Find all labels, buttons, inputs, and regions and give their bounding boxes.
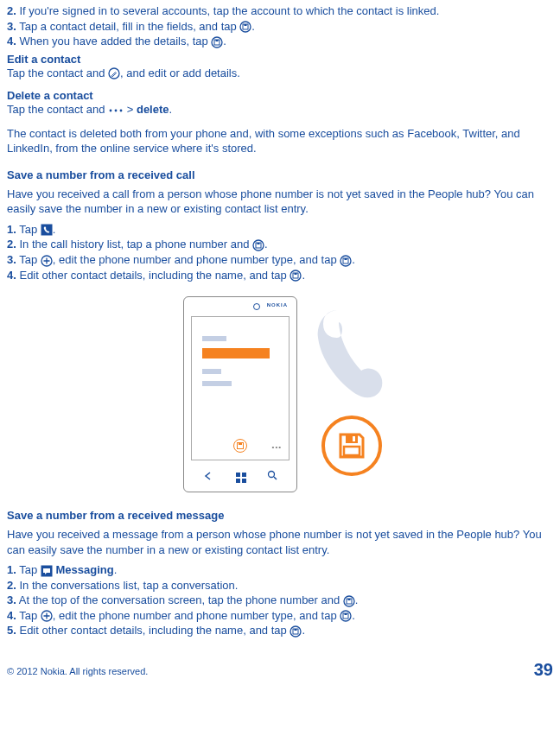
more-icon: ••• xyxy=(272,443,282,451)
save-call-step-1: 1. Tap . xyxy=(7,222,553,238)
step-num: 3. xyxy=(7,20,16,33)
step-text: . xyxy=(223,35,226,48)
svg-point-0 xyxy=(240,22,251,32)
save-msg-step-4: 4. Tap , edit the phone number and phone… xyxy=(7,608,553,624)
text: , edit the phone number and phone number… xyxy=(53,253,340,266)
save-msg-step-5: 5. Edit other contact details, including… xyxy=(7,623,553,638)
period: . xyxy=(169,103,173,116)
step-num: 4. xyxy=(7,609,16,622)
svg-rect-22 xyxy=(239,443,242,446)
heading-delete-contact: Delete a contact xyxy=(7,89,553,102)
step-num: 4. xyxy=(7,269,16,282)
search-icon xyxy=(267,470,278,484)
svg-point-7 xyxy=(110,109,112,111)
back-icon xyxy=(202,471,214,484)
step-2: 2. If you're signed in to several accoun… xyxy=(7,3,553,19)
step-num: 3. xyxy=(7,253,16,266)
more-icon xyxy=(108,107,124,114)
text: . xyxy=(302,624,305,637)
edit-contact-text: Tap the contact and , and edit or add de… xyxy=(7,66,553,81)
text: , edit the phone number and phone number… xyxy=(53,609,340,622)
delete-note: The contact is deleted both from your ph… xyxy=(7,126,553,156)
svg-point-39 xyxy=(290,626,301,637)
save-msg-intro: Have you received a message from a perso… xyxy=(7,527,553,557)
copyright: © 2012 Nokia. All rights reserved. xyxy=(7,666,148,676)
text: . xyxy=(355,593,359,606)
svg-rect-5 xyxy=(216,40,219,41)
step-num: 1. xyxy=(7,223,16,236)
step-3: 3. Tap a contact detail, fill in the fie… xyxy=(7,19,553,35)
svg-rect-29 xyxy=(353,436,355,441)
text: . xyxy=(352,609,355,622)
save-icon xyxy=(343,595,355,607)
step-num: 1. xyxy=(7,563,16,576)
svg-point-18 xyxy=(290,270,301,281)
text: Tap xyxy=(19,563,41,576)
save-icon xyxy=(290,625,302,638)
text: Tap xyxy=(19,253,41,266)
step-num: 2. xyxy=(7,579,16,592)
step-text: . xyxy=(251,20,255,33)
phone-navbar xyxy=(191,467,290,486)
text: . xyxy=(302,269,305,282)
save-icon xyxy=(211,36,223,48)
step-num: 2. xyxy=(7,4,16,17)
svg-point-15 xyxy=(340,256,351,266)
svg-rect-20 xyxy=(295,273,297,275)
plus-icon xyxy=(41,255,53,267)
svg-rect-24 xyxy=(242,473,246,477)
gt: > xyxy=(127,103,134,116)
svg-rect-25 xyxy=(236,479,240,483)
save-call-intro: Have you received a call from a person w… xyxy=(7,187,553,217)
placeholder-line xyxy=(202,336,226,341)
svg-point-8 xyxy=(115,109,118,111)
save-icon xyxy=(340,610,352,622)
placeholder-line xyxy=(202,381,232,386)
messaging-tile-icon xyxy=(41,565,53,577)
delete-contact-text: Tap the contact and > delete. xyxy=(7,102,553,117)
text: . xyxy=(53,223,56,236)
svg-rect-23 xyxy=(236,473,240,477)
svg-rect-17 xyxy=(345,258,347,260)
text: Tap xyxy=(19,609,41,622)
placeholder-line xyxy=(202,369,221,374)
step-num: 5. xyxy=(7,624,16,637)
svg-rect-30 xyxy=(344,447,360,455)
svg-rect-38 xyxy=(345,613,347,615)
illustration: NOKIA ••• xyxy=(7,296,553,493)
text: . xyxy=(114,563,118,576)
svg-rect-34 xyxy=(347,599,350,600)
footer: © 2012 Nokia. All rights reserved. 39 xyxy=(0,666,560,685)
text: Edit other contact details, including th… xyxy=(19,269,290,282)
svg-point-32 xyxy=(344,596,354,606)
phone-speaker xyxy=(253,303,260,310)
text: Tap the contact and xyxy=(7,67,108,79)
phone-brand: NOKIA xyxy=(267,302,288,308)
heading-save-msg: Save a number from a received message xyxy=(7,509,553,522)
save-call-step-4: 4. Edit other contact details, including… xyxy=(7,268,553,283)
svg-point-9 xyxy=(120,109,123,111)
step-text: When you have added the details, tap xyxy=(19,35,211,48)
text: . xyxy=(352,253,355,266)
step-num: 4. xyxy=(7,35,16,48)
save-icon xyxy=(290,270,302,282)
edit-icon xyxy=(108,67,120,79)
text: In the call history list, tap a phone nu… xyxy=(19,238,252,251)
text: Edit other contact details, including th… xyxy=(19,624,290,637)
handset-icon xyxy=(313,303,392,407)
svg-rect-2 xyxy=(245,24,247,26)
text: Tap the contact and xyxy=(7,103,108,116)
svg-point-36 xyxy=(340,611,351,621)
save-msg-step-1: 1. Tap Messaging. xyxy=(7,562,553,578)
text: . xyxy=(264,238,268,251)
save-msg-step-2: 2. In the conversations list, tap a conv… xyxy=(7,578,553,593)
text: Tap xyxy=(19,223,41,236)
svg-rect-13 xyxy=(258,243,260,244)
save-icon xyxy=(252,239,264,251)
plus-icon xyxy=(41,610,53,622)
page-content: 2. If you're signed in to several accoun… xyxy=(0,0,560,638)
heading-save-call: Save a number from a received call xyxy=(7,168,553,181)
save-call-step-3: 3. Tap , edit the phone number and phone… xyxy=(7,252,553,268)
page-number: 39 xyxy=(534,660,553,680)
text: In the conversations list, tap a convers… xyxy=(19,579,238,592)
